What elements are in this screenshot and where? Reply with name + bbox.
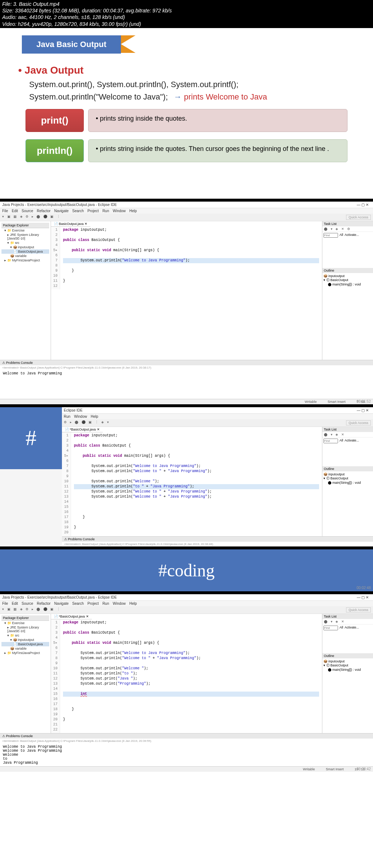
output-note: prints Welcome to Java xyxy=(174,92,267,102)
tasklist-tab[interactable]: Task List xyxy=(322,221,373,226)
println-desc: • prints string inside the quotes. Then … xyxy=(88,139,348,162)
quick-access[interactable]: Quick Access xyxy=(346,215,371,220)
editor-tab[interactable]: 📄 *BasicOutput.java ✕ xyxy=(62,427,103,432)
right-panel: Task List ⬤ ▾ ◈ ✕ ⚙ All Activate... Outl… xyxy=(322,221,373,360)
window-controls[interactable]: — ▢ ✕ xyxy=(357,408,371,412)
window-title: Eclipse IDE xyxy=(64,408,83,412)
slide-java-output: Java Basic Output Java Output System.out… xyxy=(0,28,373,199)
tree-file[interactable]: 📄 BasicOutput.java xyxy=(1,249,49,254)
code-editor[interactable]: package inputoutput; public class BasicO… xyxy=(71,432,322,536)
outline-tree[interactable]: 📦 inputoutput ▾ Ⓒ BasicOutput ⬤ main(Str… xyxy=(322,273,373,287)
menu-bar[interactable]: FileEditSourceRefactorNavigateSearchProj… xyxy=(0,601,373,606)
file-video: Video: h264, yuv420p, 1280x720, 834 kb/s… xyxy=(2,21,371,27)
code-editor[interactable]: package inputoutput; public class BasicO… xyxy=(60,619,322,733)
println-label: println() xyxy=(25,139,84,162)
package-explorer[interactable]: Package Explorer ▾ 📁 Exercise ▸ JRE Syst… xyxy=(0,221,51,360)
tree-var[interactable]: 📦 variable xyxy=(1,254,49,258)
package-explorer[interactable]: Package Explorer ▾ 📁 Exercise ▸ JRE Syst… xyxy=(0,614,51,733)
syntax-line-1: System.out.print(), System.out.println()… xyxy=(29,80,373,89)
slide-heading: Java Output xyxy=(18,65,373,76)
eclipse-frame-3: Java Projects - Exercise/src/inputoutput… xyxy=(0,591,373,772)
slide-title-banner: Java Basic Output xyxy=(22,35,121,54)
window-title: Java Projects - Exercise/src/inputoutput… xyxy=(2,203,117,207)
file-name: File: 3. Basic Output.mp4 xyxy=(2,1,371,7)
quick-access[interactable]: Quick Access xyxy=(346,420,371,425)
window-titlebar: Java Projects - Exercise/src/inputoutput… xyxy=(0,202,373,208)
tree-jre[interactable]: ▸ JRE System Library [JavaSE-10] xyxy=(1,233,49,241)
editor-area[interactable]: 📄 *BasicOutput.java ✕ 12345▸678910111213… xyxy=(62,427,322,536)
file-size: Size: 33640234 bytes (32.08 MiB), durati… xyxy=(2,7,371,14)
line-numbers: 12345▸67891011121314151617181920 xyxy=(62,432,71,536)
timestamp: 00:02:48 xyxy=(357,586,371,590)
timestamp: 00:03:42 xyxy=(357,767,371,771)
file-metadata: File: 3. Basic Output.mp4 Size: 33640234… xyxy=(0,0,373,28)
console-tab[interactable]: ⚠ Problems Console xyxy=(0,360,373,365)
toolbar[interactable]: ▾ ▣ ▦ ◈ ⚙ ▸ ⬤ ⚫ ▣ ⋮ Quick Access xyxy=(0,606,373,614)
outline-tab[interactable]: Outline xyxy=(322,268,373,273)
window-controls[interactable]: — ▢ ✕ xyxy=(357,203,371,207)
toolbar[interactable]: ▾ ▣ ▦ ◈ ⚙ ▸ ⬤ ⚫ ▣ ⋮ Quick Access xyxy=(0,214,373,221)
window-titlebar: Java Projects - Exercise/src/inputoutput… xyxy=(0,594,373,601)
pkg-explorer-tab[interactable]: Package Explorer xyxy=(1,223,49,228)
editor-area[interactable]: 📄 *BasicOutput.java ✕ 12345▸678910111213… xyxy=(51,614,322,733)
eclipse-frame-1: Java Projects - Exercise/src/inputoutput… xyxy=(0,199,373,404)
syntax-line-2: System.out.println("Welcome to Java"); p… xyxy=(29,92,373,102)
editor-area[interactable]: 📄 BasicOutput.java ✕ 12345▸6789101112 pa… xyxy=(51,221,322,360)
line-numbers: 12345▸6789101112 xyxy=(51,227,60,289)
tree-src[interactable]: ▾ 📁 src xyxy=(1,241,49,245)
find-input[interactable] xyxy=(323,233,338,238)
tree-other[interactable]: ▸ 📁 MyFirstJavaProject xyxy=(1,258,49,262)
toolbar-icons[interactable]: ▾ ▣ ▦ ◈ ⚙ ▸ ⬤ ⚫ ▣ ⋮ xyxy=(2,215,61,220)
status-bar: WritableSmart Insert7 : 59 xyxy=(0,399,373,404)
timestamp: 00:01:52 xyxy=(357,400,371,404)
tree-exercise[interactable]: ▾ 📁 Exercise xyxy=(1,228,49,233)
console-output: Welcome to Java Programming xyxy=(0,370,373,377)
editor-tab[interactable]: 📄 BasicOutput.java ✕ xyxy=(51,221,90,227)
tree-pkg[interactable]: ▾ 📦 inputoutput xyxy=(1,245,49,249)
print-desc: • prints string inside the quotes. xyxy=(88,109,348,132)
menu-bar[interactable]: FileEditSourceRefactorNavigateSearchProj… xyxy=(0,208,373,214)
console-terminated: <terminated> BasicOutput [Java Applicati… xyxy=(0,365,373,370)
print-label: print() xyxy=(25,109,84,132)
file-audio: Audio: aac, 44100 Hz, 2 channels, s16, 1… xyxy=(2,14,371,20)
coding-banner: #coding xyxy=(0,546,373,591)
print-row: print() • prints string inside the quote… xyxy=(25,109,348,132)
console-section: ⚠ Problems Console <terminated> BasicOut… xyxy=(0,360,373,399)
println-row: println() • prints string inside the quo… xyxy=(25,139,348,162)
code-editor[interactable]: package inputoutput; public class BasicO… xyxy=(60,227,322,289)
right-panel: Task List ⬤ ▾ ◈ ✕ AllActivate... Outline… xyxy=(322,427,373,536)
eclipse-frame-2: # Eclipse IDE — ▢ ✕ RunWindowHelp ⚙ ▸ ⬤ … xyxy=(0,404,373,546)
hash-badge: # xyxy=(0,407,62,469)
console-output: Welcome to Java Programming Welcome to J… xyxy=(0,743,373,766)
